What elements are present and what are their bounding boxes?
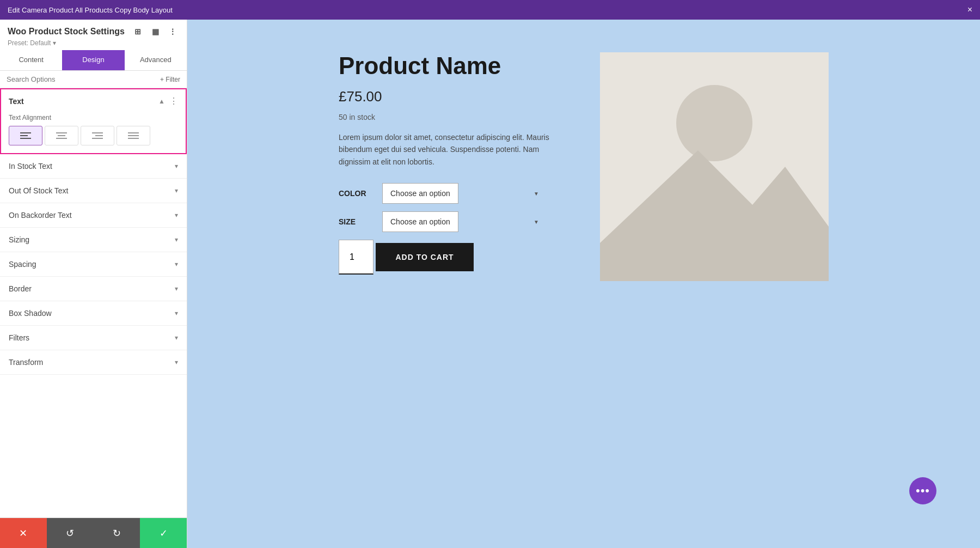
widget-title: Woo Product Stock Settings [8, 27, 125, 36]
variation-color-row: COLOR Choose an option [339, 183, 567, 204]
variation-size-row: SIZE Choose an option [339, 211, 567, 232]
section-text-controls: ▲ ⋮ [158, 96, 178, 106]
chevron-down-icon: ▾ [175, 162, 178, 170]
size-select-wrapper: Choose an option [382, 211, 546, 232]
chevron-down-icon-3: ▾ [175, 211, 178, 219]
tab-design[interactable]: Design [62, 50, 124, 70]
section-transform-label: Transform [9, 358, 43, 367]
svg-rect-3 [56, 132, 67, 133]
section-text-header[interactable]: Text ▲ ⋮ [1, 89, 186, 112]
sections-list: Text ▲ ⋮ Text Alignment [0, 88, 187, 517]
save-button[interactable]: ✓ [140, 518, 187, 548]
section-box-shadow-header[interactable]: Box Shadow ▾ [0, 301, 187, 325]
section-box-shadow-label: Box Shadow [9, 309, 52, 318]
section-out-of-stock-text-header[interactable]: Out Of Stock Text ▾ [0, 179, 187, 203]
main-layout: Woo Product Stock Settings ⊞ ▦ ⋮ Preset:… [0, 20, 980, 548]
left-panel: Woo Product Stock Settings ⊞ ▦ ⋮ Preset:… [0, 20, 187, 548]
alignment-buttons [9, 126, 178, 145]
section-transform: Transform ▾ [0, 350, 187, 375]
section-text: Text ▲ ⋮ Text Alignment [0, 88, 187, 154]
svg-rect-4 [58, 135, 65, 136]
color-select-wrapper: Choose an option [382, 183, 546, 204]
panel-title-icons: ⊞ ▦ ⋮ [131, 25, 179, 38]
product-price: £75.00 [339, 88, 567, 105]
fab-button[interactable]: ••• [909, 477, 936, 504]
responsive-icon[interactable]: ⊞ [131, 25, 144, 38]
align-left-button[interactable] [9, 126, 42, 145]
chevron-down-icon-9: ▾ [175, 358, 178, 366]
preset-selector[interactable]: Preset: Default ▾ [8, 39, 179, 47]
section-out-of-stock-text: Out Of Stock Text ▾ [0, 179, 187, 203]
align-right-button[interactable] [81, 126, 114, 145]
layout-icon[interactable]: ▦ [149, 25, 162, 38]
size-select[interactable]: Choose an option [382, 211, 458, 232]
redo-button[interactable]: ↻ [94, 518, 140, 548]
section-filters-header[interactable]: Filters ▾ [0, 326, 187, 350]
chevron-down-icon-7: ▾ [175, 309, 178, 317]
section-border-header[interactable]: Border ▾ [0, 277, 187, 301]
chevron-up-icon: ▲ [158, 98, 165, 105]
product-description: Lorem ipsum dolor sit amet, consectetur … [339, 131, 567, 168]
section-on-backorder-text: On Backorder Text ▾ [0, 203, 187, 228]
product-name: Product Name [339, 52, 567, 80]
color-select[interactable]: Choose an option [382, 183, 458, 204]
section-spacing: Spacing ▾ [0, 252, 187, 277]
svg-rect-8 [92, 138, 103, 139]
product-image [600, 52, 829, 281]
svg-rect-1 [20, 135, 28, 136]
size-label: SIZE [339, 217, 371, 226]
section-in-stock-text-label: In Stock Text [9, 162, 52, 171]
section-more-icon[interactable]: ⋮ [169, 96, 178, 106]
section-box-shadow: Box Shadow ▾ [0, 301, 187, 326]
section-filters-label: Filters [9, 333, 29, 342]
tabs-bar: Content Design Advanced [0, 50, 187, 71]
align-justify-button[interactable] [117, 126, 150, 145]
chevron-down-icon-6: ▾ [175, 285, 178, 293]
section-on-backorder-text-label: On Backorder Text [9, 211, 72, 220]
product-preview: Product Name £75.00 50 in stock Lorem ip… [339, 52, 829, 285]
svg-rect-11 [128, 138, 139, 139]
product-details: Product Name £75.00 50 in stock Lorem ip… [339, 52, 567, 285]
section-sizing: Sizing ▾ [0, 228, 187, 252]
section-sizing-label: Sizing [9, 235, 29, 244]
chevron-down-icon-8: ▾ [175, 334, 178, 342]
preview-panel: Product Name £75.00 50 in stock Lorem ip… [187, 20, 980, 548]
section-text-content: Text Alignment [1, 112, 186, 153]
discard-button[interactable]: ✕ [0, 518, 47, 548]
section-in-stock-text-header[interactable]: In Stock Text ▾ [0, 154, 187, 178]
undo-button[interactable]: ↺ [47, 518, 94, 548]
section-text-label: Text [9, 97, 24, 106]
action-bar: ✕ ↺ ↻ ✓ [0, 517, 187, 548]
title-bar: Edit Camera Product All Products Copy Bo… [0, 0, 980, 20]
svg-rect-6 [92, 132, 103, 133]
quantity-input[interactable] [339, 240, 373, 275]
panel-header: Woo Product Stock Settings ⊞ ▦ ⋮ Preset:… [0, 20, 187, 50]
section-on-backorder-text-header[interactable]: On Backorder Text ▾ [0, 203, 187, 227]
add-to-cart-button[interactable]: ADD TO CART [376, 243, 473, 271]
close-button[interactable]: × [967, 5, 972, 15]
svg-rect-10 [128, 135, 139, 136]
chevron-down-icon-5: ▾ [175, 260, 178, 268]
svg-rect-7 [95, 135, 103, 136]
svg-rect-9 [128, 132, 139, 133]
color-label: COLOR [339, 189, 371, 198]
align-center-button[interactable] [45, 126, 78, 145]
section-border-label: Border [9, 284, 32, 293]
window-title: Edit Camera Product All Products Copy Bo… [8, 6, 173, 14]
more-options-icon[interactable]: ⋮ [166, 25, 179, 38]
section-transform-header[interactable]: Transform ▾ [0, 350, 187, 374]
panel-title-row: Woo Product Stock Settings ⊞ ▦ ⋮ [8, 25, 179, 38]
section-border: Border ▾ [0, 277, 187, 301]
section-sizing-header[interactable]: Sizing ▾ [0, 228, 187, 252]
section-filters: Filters ▾ [0, 326, 187, 350]
search-input[interactable] [7, 75, 156, 83]
filter-button[interactable]: + Filter [160, 76, 180, 83]
section-out-of-stock-text-label: Out Of Stock Text [9, 186, 68, 195]
svg-rect-0 [20, 132, 31, 133]
tab-content[interactable]: Content [0, 50, 62, 70]
section-spacing-label: Spacing [9, 260, 36, 269]
tab-advanced[interactable]: Advanced [125, 50, 187, 70]
section-in-stock-text: In Stock Text ▾ [0, 154, 187, 179]
section-spacing-header[interactable]: Spacing ▾ [0, 252, 187, 276]
svg-rect-5 [56, 138, 67, 139]
